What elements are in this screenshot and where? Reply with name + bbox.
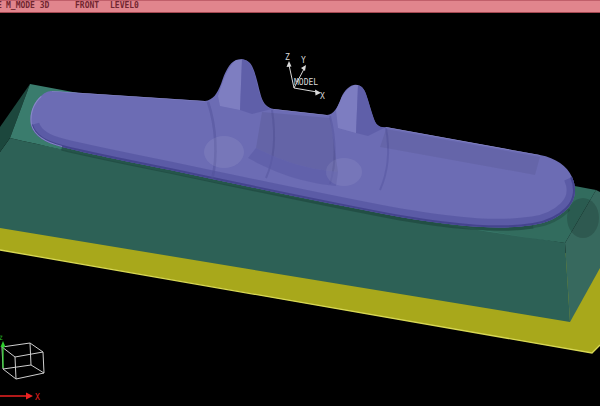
right-end-soft-shadow <box>567 198 599 238</box>
triad-caption: MODEL <box>294 78 318 87</box>
status-layer-label: LEVEL0 <box>110 1 139 11</box>
status-bar: E M_MODE 3D FRONT LEVEL0 <box>0 0 600 13</box>
status-view-label: FRONT <box>75 1 99 11</box>
triad-x-label: X <box>320 92 325 101</box>
viewport-3d[interactable]: Z Y X MODEL Z X <box>0 0 600 406</box>
triad-z-label: Z <box>285 53 290 62</box>
origin-x-label: X <box>35 393 40 402</box>
fin-right-skirt-highlight <box>326 158 362 186</box>
status-mode-label: M_MODE 3D <box>6 1 49 11</box>
status-bar-clipped-fragment: E <box>0 1 2 11</box>
triad-y-label: Y <box>301 56 306 65</box>
fin-left-skirt-highlight <box>204 136 244 168</box>
application-window: Z Y X MODEL Z X E M_MODE 3D FRONT LEVEL0 <box>0 0 600 406</box>
status-bar-text: E M_MODE 3D FRONT LEVEL0 <box>0 1 600 12</box>
origin-up-label: Z <box>0 334 3 341</box>
